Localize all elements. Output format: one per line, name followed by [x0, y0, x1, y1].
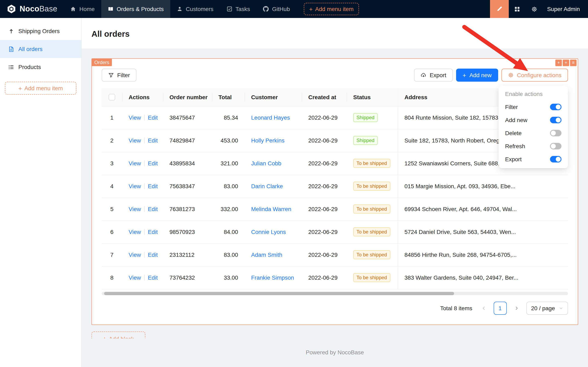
user-menu[interactable]: Super Admin [543, 0, 588, 18]
edit-link[interactable]: Edit [148, 206, 158, 212]
row-index: 5 [102, 198, 122, 220]
ui-editor-button[interactable] [490, 0, 509, 18]
add-block-clip: + Add block [92, 331, 145, 338]
edit-link[interactable]: Edit [148, 183, 158, 189]
view-link[interactable]: View [129, 206, 141, 212]
cell-actions: ViewEdit [122, 220, 163, 243]
row-index: 8 [102, 266, 122, 289]
scrollbar-thumb[interactable] [104, 292, 454, 295]
refresh-switch[interactable] [550, 143, 562, 150]
nav-item-tasks[interactable]: Tasks [220, 0, 257, 18]
book-icon [108, 6, 114, 12]
divider [144, 252, 144, 258]
nav-item-home[interactable]: Home [64, 0, 101, 18]
sidebar-add-menu-item-button[interactable]: + Add menu item [5, 82, 76, 95]
add-field-icon[interactable]: + [555, 60, 562, 66]
prev-page-button[interactable] [477, 301, 490, 315]
sidebar-item-shipping-orders[interactable]: Shipping Orders [0, 22, 81, 40]
table-row: 8 ViewEdit 73764232 33.00 Frankie Simpso… [102, 266, 568, 289]
cell-customer: Julian Cobb [244, 152, 302, 175]
edit-link[interactable]: Edit [148, 114, 158, 121]
cell-total: 321.00 [212, 152, 244, 175]
status-badge: To be shipped [353, 273, 390, 282]
cell-total: 84.00 [212, 220, 244, 243]
table-row: 1 ViewEdit 38475647 85.34 Leonard Hayes … [102, 106, 568, 129]
settings-button[interactable] [526, 0, 543, 18]
nav-item-github[interactable]: GitHub [257, 0, 296, 18]
customer-link[interactable]: Adam Smith [251, 251, 282, 258]
sidebar-item-all-orders[interactable]: All orders [0, 40, 81, 58]
view-link[interactable]: View [129, 114, 141, 121]
view-link[interactable]: View [129, 137, 141, 144]
table-row: 5 ViewEdit 76381273 332.00 Melinda Warre… [102, 198, 568, 220]
export-button[interactable]: Export [414, 69, 453, 82]
row-index: 7 [102, 243, 122, 266]
cell-order-number: 23132112 [163, 243, 212, 266]
nav-item-orders-products[interactable]: Orders & Products [101, 0, 170, 18]
view-link[interactable]: View [129, 251, 141, 258]
view-link[interactable]: View [129, 274, 141, 281]
customer-link[interactable]: Connie Lyons [251, 229, 286, 235]
view-link[interactable]: View [129, 183, 141, 189]
nav-item-customers[interactable]: Customers [170, 0, 220, 18]
dropdown-title: Enable actions [499, 88, 568, 100]
status-badge: Shipped [353, 113, 378, 122]
customer-link[interactable]: Melinda Warren [251, 206, 291, 212]
customer-link[interactable]: Darin Clarke [251, 183, 283, 189]
next-page-button[interactable] [510, 301, 523, 315]
status-badge: To be shipped [353, 205, 390, 214]
chevron-right-icon [514, 306, 519, 310]
add-new-switch[interactable] [550, 117, 562, 123]
add-new-button[interactable]: + Add new [456, 69, 498, 82]
customer-link[interactable]: Holly Perkins [251, 137, 284, 144]
cell-address: 383 Walter Gardens, Suite 040, 24947, Be… [398, 266, 568, 289]
sidebar-item-products[interactable]: Products [0, 58, 81, 76]
arrow-up-icon [8, 28, 14, 34]
delete-switch[interactable] [550, 130, 562, 136]
view-link[interactable]: View [129, 229, 141, 235]
toggle-refresh[interactable]: Refresh [499, 140, 568, 153]
customer-link[interactable]: Julian Cobb [251, 160, 281, 167]
add-action-icon[interactable]: + [563, 60, 569, 66]
plus-icon: + [463, 72, 466, 78]
row-index: 6 [102, 220, 122, 243]
page-size-select[interactable]: 20 / page [526, 301, 568, 315]
cell-total: 83.00 [212, 243, 244, 266]
filter-button[interactable]: Filter [102, 69, 136, 82]
plugins-button[interactable] [509, 0, 526, 18]
toggle-add-new[interactable]: Add new [499, 114, 568, 126]
select-all-checkbox[interactable] [109, 94, 115, 101]
sidebar-item-label: Shipping Orders [18, 28, 60, 34]
customer-link[interactable]: Frankie Simpson [251, 274, 294, 281]
edit-link[interactable]: Edit [148, 251, 158, 258]
toggle-export[interactable]: Export [499, 153, 568, 166]
toggle-delete[interactable]: Delete [499, 126, 568, 140]
row-index: 3 [102, 152, 122, 175]
edit-link[interactable]: Edit [148, 160, 158, 167]
nav-add-menu-item-button[interactable]: + Add menu item [304, 3, 359, 15]
edit-link[interactable]: Edit [148, 229, 158, 235]
cell-address: 015 Margie Mission, Apt. 093, 34936, Ebe… [398, 175, 568, 198]
edit-link[interactable]: Edit [148, 137, 158, 144]
plus-icon: + [103, 335, 107, 338]
nocobase-logo[interactable]: NocoBase [0, 4, 64, 14]
chevron-down-icon [559, 306, 563, 310]
nav-item-label: Customers [186, 6, 213, 12]
customer-link[interactable]: Leonard Hayes [251, 114, 290, 121]
export-switch[interactable] [550, 156, 562, 162]
filter-switch[interactable] [550, 104, 562, 110]
page-number-button[interactable]: 1 [494, 301, 506, 315]
view-link[interactable]: View [129, 160, 141, 167]
cell-status: To be shipped [347, 175, 398, 198]
configure-actions-button[interactable]: Configure actions [501, 69, 568, 82]
horizontal-scrollbar[interactable] [102, 292, 568, 295]
toggle-label: Export [505, 156, 522, 162]
drag-handle-icon[interactable]: ≡ [570, 60, 577, 66]
edit-link[interactable]: Edit [148, 274, 158, 281]
cell-total: 33.00 [212, 266, 244, 289]
add-block-button[interactable]: + Add block [92, 331, 145, 338]
toggle-filter[interactable]: Filter [499, 100, 568, 114]
home-icon [70, 6, 76, 12]
status-badge: To be shipped [353, 159, 390, 168]
logo-icon [7, 4, 16, 14]
